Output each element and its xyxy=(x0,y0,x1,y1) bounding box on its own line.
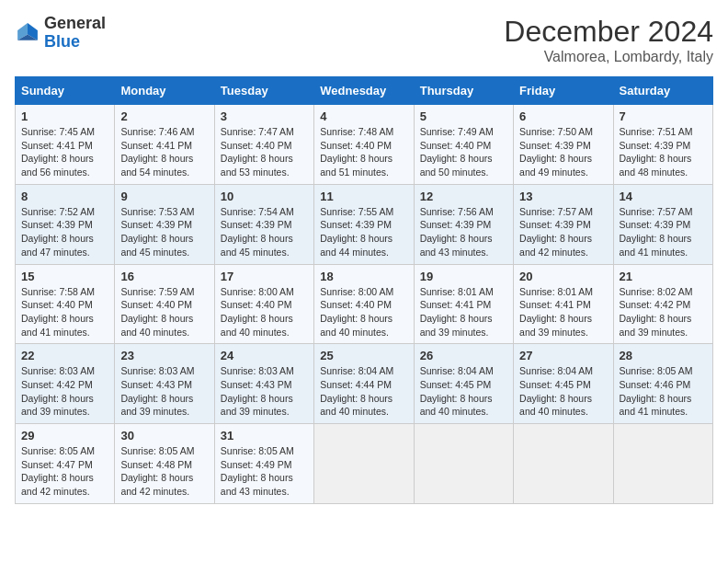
day-detail: Sunrise: 7:47 AM Sunset: 4:40 PM Dayligh… xyxy=(221,125,308,179)
logo-icon xyxy=(15,20,40,46)
day-number: 21 xyxy=(620,270,707,283)
logo: General Blue xyxy=(15,15,106,52)
day-number: 5 xyxy=(420,109,507,123)
day-cell: 3 Sunrise: 7:47 AM Sunset: 4:40 PM Dayli… xyxy=(214,105,313,185)
header-cell-monday: Monday xyxy=(115,77,214,105)
day-number: 12 xyxy=(420,190,507,203)
day-detail: Sunrise: 8:05 AM Sunset: 4:48 PM Dayligh… xyxy=(120,444,208,499)
day-cell: 11 Sunrise: 7:55 AM Sunset: 4:39 PM Dayl… xyxy=(314,184,414,264)
day-detail: Sunrise: 7:52 AM Sunset: 4:39 PM Dayligh… xyxy=(21,205,108,259)
day-number: 14 xyxy=(620,190,707,203)
day-detail: Sunrise: 8:01 AM Sunset: 4:41 PM Dayligh… xyxy=(420,285,507,339)
day-cell: 15 Sunrise: 7:58 AM Sunset: 4:40 PM Dayl… xyxy=(16,264,115,344)
day-number: 7 xyxy=(620,109,707,123)
header-cell-sunday: Sunday xyxy=(16,77,115,105)
day-cell xyxy=(514,424,613,504)
day-detail: Sunrise: 7:45 AM Sunset: 4:41 PM Dayligh… xyxy=(21,125,108,179)
day-number: 22 xyxy=(21,349,108,362)
day-detail: Sunrise: 8:00 AM Sunset: 4:40 PM Dayligh… xyxy=(320,285,407,339)
day-number: 30 xyxy=(120,429,208,442)
day-cell: 31 Sunrise: 8:05 AM Sunset: 4:49 PM Dayl… xyxy=(214,424,313,504)
day-cell: 10 Sunrise: 7:54 AM Sunset: 4:39 PM Dayl… xyxy=(214,184,313,264)
day-detail: Sunrise: 7:46 AM Sunset: 4:41 PM Dayligh… xyxy=(120,125,208,179)
day-cell: 6 Sunrise: 7:50 AM Sunset: 4:39 PM Dayli… xyxy=(514,105,613,185)
day-number: 16 xyxy=(120,270,208,283)
day-number: 20 xyxy=(519,270,607,283)
header-row: SundayMondayTuesdayWednesdayThursdayFrid… xyxy=(16,77,713,105)
week-row-1: 1 Sunrise: 7:45 AM Sunset: 4:41 PM Dayli… xyxy=(16,105,713,185)
day-cell xyxy=(414,424,513,504)
day-number: 9 xyxy=(120,190,208,203)
day-cell: 12 Sunrise: 7:56 AM Sunset: 4:39 PM Dayl… xyxy=(414,184,513,264)
day-number: 8 xyxy=(21,190,108,203)
day-detail: Sunrise: 8:03 AM Sunset: 4:43 PM Dayligh… xyxy=(120,364,208,419)
day-cell: 16 Sunrise: 7:59 AM Sunset: 4:40 PM Dayl… xyxy=(115,264,214,344)
header-cell-tuesday: Tuesday xyxy=(214,77,313,105)
day-cell: 1 Sunrise: 7:45 AM Sunset: 4:41 PM Dayli… xyxy=(16,105,115,185)
day-detail: Sunrise: 8:02 AM Sunset: 4:42 PM Dayligh… xyxy=(620,285,707,339)
header-cell-thursday: Thursday xyxy=(414,77,513,105)
month-title: December 2024 xyxy=(504,15,713,49)
day-number: 25 xyxy=(320,349,407,362)
day-number: 28 xyxy=(620,349,707,362)
day-number: 2 xyxy=(120,109,208,123)
day-number: 24 xyxy=(221,349,308,362)
day-detail: Sunrise: 8:03 AM Sunset: 4:43 PM Dayligh… xyxy=(221,364,308,419)
day-number: 13 xyxy=(519,190,607,203)
day-cell: 7 Sunrise: 7:51 AM Sunset: 4:39 PM Dayli… xyxy=(613,105,712,185)
day-cell: 24 Sunrise: 8:03 AM Sunset: 4:43 PM Dayl… xyxy=(214,344,313,424)
day-number: 15 xyxy=(21,270,108,283)
day-detail: Sunrise: 7:49 AM Sunset: 4:40 PM Dayligh… xyxy=(420,125,507,179)
day-detail: Sunrise: 7:55 AM Sunset: 4:39 PM Dayligh… xyxy=(320,205,407,259)
day-cell: 22 Sunrise: 8:03 AM Sunset: 4:42 PM Dayl… xyxy=(16,344,115,424)
day-cell: 20 Sunrise: 8:01 AM Sunset: 4:41 PM Dayl… xyxy=(514,264,613,344)
day-cell: 17 Sunrise: 8:00 AM Sunset: 4:40 PM Dayl… xyxy=(214,264,313,344)
day-number: 1 xyxy=(21,109,108,123)
day-cell: 25 Sunrise: 8:04 AM Sunset: 4:44 PM Dayl… xyxy=(314,344,414,424)
day-cell: 21 Sunrise: 8:02 AM Sunset: 4:42 PM Dayl… xyxy=(613,264,712,344)
day-detail: Sunrise: 7:48 AM Sunset: 4:40 PM Dayligh… xyxy=(320,125,407,179)
day-detail: Sunrise: 7:58 AM Sunset: 4:40 PM Dayligh… xyxy=(21,285,108,339)
day-number: 3 xyxy=(221,109,308,123)
day-cell: 5 Sunrise: 7:49 AM Sunset: 4:40 PM Dayli… xyxy=(414,105,513,185)
day-detail: Sunrise: 8:00 AM Sunset: 4:40 PM Dayligh… xyxy=(221,285,308,339)
day-detail: Sunrise: 7:53 AM Sunset: 4:39 PM Dayligh… xyxy=(120,205,208,259)
location-title: Valmorea, Lombardy, Italy xyxy=(504,49,713,65)
day-number: 17 xyxy=(221,270,308,283)
day-cell: 27 Sunrise: 8:04 AM Sunset: 4:45 PM Dayl… xyxy=(514,344,613,424)
logo-line2: Blue xyxy=(44,33,106,52)
day-cell: 2 Sunrise: 7:46 AM Sunset: 4:41 PM Dayli… xyxy=(115,105,214,185)
day-detail: Sunrise: 8:03 AM Sunset: 4:42 PM Dayligh… xyxy=(21,364,108,419)
day-number: 26 xyxy=(420,349,507,362)
day-cell: 13 Sunrise: 7:57 AM Sunset: 4:39 PM Dayl… xyxy=(514,184,613,264)
day-detail: Sunrise: 8:04 AM Sunset: 4:45 PM Dayligh… xyxy=(519,364,607,419)
day-detail: Sunrise: 7:57 AM Sunset: 4:39 PM Dayligh… xyxy=(620,205,707,259)
day-detail: Sunrise: 7:57 AM Sunset: 4:39 PM Dayligh… xyxy=(519,205,607,259)
week-row-5: 29 Sunrise: 8:05 AM Sunset: 4:47 PM Dayl… xyxy=(16,424,713,504)
day-detail: Sunrise: 7:56 AM Sunset: 4:39 PM Dayligh… xyxy=(420,205,507,259)
day-cell: 23 Sunrise: 8:03 AM Sunset: 4:43 PM Dayl… xyxy=(115,344,214,424)
day-cell: 9 Sunrise: 7:53 AM Sunset: 4:39 PM Dayli… xyxy=(115,184,214,264)
day-number: 4 xyxy=(320,109,407,123)
day-detail: Sunrise: 8:05 AM Sunset: 4:47 PM Dayligh… xyxy=(21,444,108,499)
header-cell-friday: Friday xyxy=(514,77,613,105)
day-cell: 26 Sunrise: 8:04 AM Sunset: 4:45 PM Dayl… xyxy=(414,344,513,424)
day-detail: Sunrise: 8:04 AM Sunset: 4:44 PM Dayligh… xyxy=(320,364,407,419)
day-cell: 18 Sunrise: 8:00 AM Sunset: 4:40 PM Dayl… xyxy=(314,264,414,344)
day-detail: Sunrise: 8:05 AM Sunset: 4:46 PM Dayligh… xyxy=(620,364,707,419)
day-cell xyxy=(613,424,712,504)
day-number: 23 xyxy=(120,349,208,362)
day-detail: Sunrise: 7:51 AM Sunset: 4:39 PM Dayligh… xyxy=(620,125,707,179)
day-detail: Sunrise: 8:05 AM Sunset: 4:49 PM Dayligh… xyxy=(221,444,308,499)
day-number: 27 xyxy=(519,349,607,362)
day-number: 18 xyxy=(320,270,407,283)
day-detail: Sunrise: 7:54 AM Sunset: 4:39 PM Dayligh… xyxy=(221,205,308,259)
day-number: 11 xyxy=(320,190,407,203)
day-cell: 30 Sunrise: 8:05 AM Sunset: 4:48 PM Dayl… xyxy=(115,424,214,504)
day-number: 10 xyxy=(221,190,308,203)
header-cell-saturday: Saturday xyxy=(613,77,712,105)
day-cell: 28 Sunrise: 8:05 AM Sunset: 4:46 PM Dayl… xyxy=(613,344,712,424)
day-cell: 4 Sunrise: 7:48 AM Sunset: 4:40 PM Dayli… xyxy=(314,105,414,185)
calendar-table: SundayMondayTuesdayWednesdayThursdayFrid… xyxy=(15,76,713,504)
day-detail: Sunrise: 7:59 AM Sunset: 4:40 PM Dayligh… xyxy=(120,285,208,339)
